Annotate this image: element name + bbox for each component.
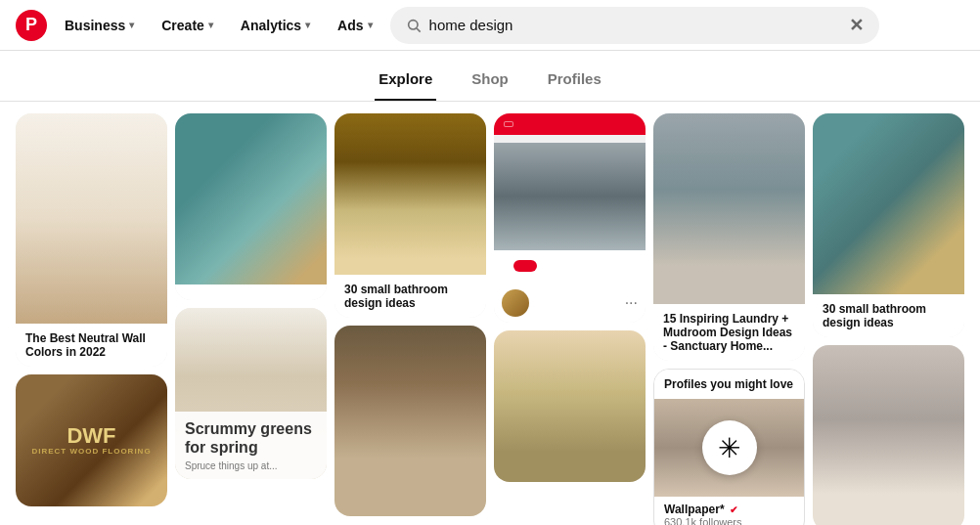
nav-business[interactable]: Business ▾: [55, 12, 144, 39]
clear-icon[interactable]: ✕: [849, 15, 864, 36]
pin-image: [813, 345, 964, 525]
chevron-down-icon: ▾: [368, 20, 373, 30]
pin-card[interactable]: The Best Neutral Wall Colors in 2022: [16, 113, 167, 367]
pin-image: [334, 326, 486, 516]
svg-line-1: [417, 28, 421, 32]
profile-item[interactable]: Wallpaper* ✔ 630.1k followers: [654, 497, 804, 525]
search-input[interactable]: [429, 17, 841, 33]
search-bar: ✕: [390, 7, 879, 44]
nav-analytics[interactable]: Analytics ▾: [231, 12, 320, 39]
promoted-image: [494, 143, 646, 250]
pin-card[interactable]: [813, 345, 964, 525]
profile-background-image: ✳: [654, 399, 804, 497]
pin-title: 15 Inspiring Laundry + Mudroom Design Id…: [653, 304, 805, 361]
pin-image: Scrummy greensfor spring Spruce things u…: [175, 308, 327, 479]
pin-card[interactable]: [175, 113, 327, 300]
main-header: P Business ▾ Create ▾ Analytics ▾ Ads ▾ …: [0, 0, 980, 51]
pin-card[interactable]: DWF DIRECT WOOD FLOORING: [16, 374, 167, 506]
profiles-suggestion-header: Profiles you might love: [654, 370, 804, 399]
nav-create[interactable]: Create ▾: [152, 12, 223, 39]
chevron-down-icon: ▾: [129, 20, 134, 30]
pin-image: [16, 113, 167, 324]
promoted-title: [494, 135, 646, 143]
pin-card[interactable]: [494, 330, 646, 482]
pin-image: [653, 113, 805, 304]
cta-button[interactable]: [513, 260, 537, 272]
pin-image: DWF DIRECT WOOD FLOORING: [16, 374, 167, 506]
profile-info: Wallpaper* ✔ 630.1k followers: [664, 503, 742, 525]
more-options-icon[interactable]: ···: [625, 294, 638, 312]
pinterest-logo[interactable]: P: [16, 10, 47, 41]
pin-card[interactable]: 15 Inspiring Laundry + Mudroom Design Id…: [653, 113, 805, 361]
pin-grid: The Best Neutral Wall Colors in 2022 DWF…: [0, 102, 980, 525]
brand-logo: [504, 121, 513, 127]
search-icon: [406, 18, 422, 33]
profile-avatar-icon: ✳: [718, 432, 740, 464]
advertiser-avatar: [502, 289, 529, 317]
pin-card[interactable]: Scrummy greensfor spring Spruce things u…: [175, 308, 327, 479]
pin-title: The Best Neutral Wall Colors in 2022: [16, 324, 167, 367]
pin-title: 30 small bathroom design ideas: [334, 275, 486, 318]
nav-ads[interactable]: Ads ▾: [328, 12, 381, 39]
tab-bar: Explore Shop Profiles: [0, 51, 980, 102]
promoted-pin[interactable]: ···: [494, 113, 646, 323]
tab-shop[interactable]: Shop: [468, 63, 512, 101]
ad-footer: ···: [494, 284, 646, 323]
chevron-down-icon: ▾: [305, 20, 310, 30]
chevron-down-icon: ▾: [208, 20, 213, 30]
pin-image: [494, 330, 646, 482]
svg-point-0: [408, 20, 417, 28]
pin-title: [175, 284, 327, 300]
pin-image: [175, 113, 327, 284]
profiles-suggestion-card: Profiles you might love ✳ Wallpaper* ✔ 6…: [653, 369, 805, 525]
profile-followers: 630.1k followers: [664, 516, 742, 525]
profile-avatar: ✳: [702, 420, 757, 475]
pin-image: [813, 113, 964, 294]
tab-explore[interactable]: Explore: [375, 63, 436, 101]
verified-icon: ✔: [730, 504, 737, 515]
promoted-header: [494, 113, 646, 135]
profile-name: Wallpaper* ✔: [664, 503, 742, 516]
pin-card[interactable]: 30 small bathroom design ideas: [334, 113, 486, 318]
pin-title: 30 small bathroom design ideas: [813, 294, 964, 337]
tab-profiles[interactable]: Profiles: [544, 63, 605, 101]
pin-card[interactable]: [334, 326, 486, 516]
pin-card[interactable]: 30 small bathroom design ideas: [813, 113, 964, 337]
pin-image: [334, 113, 486, 275]
